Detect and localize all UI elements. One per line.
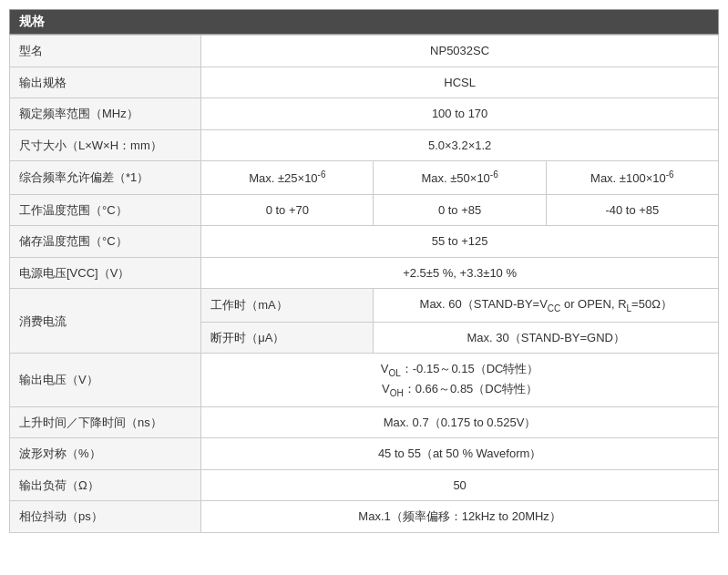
row-label: 储存温度范围（°C） [10,226,201,258]
row-label: 综合频率允许偏差（*1） [10,161,201,195]
row-label: 相位抖动（ps） [10,501,201,533]
row-value: 100 to 170 [201,98,719,130]
row-value: 5.0×3.2×1.2 [201,129,719,161]
row-label: 波形对称（%） [10,438,201,470]
row-value: 45 to 55（at 50 % Waveform） [201,438,719,470]
row-value-3: Max. ±100×10-6 [546,161,718,195]
row-label: 输出电压（V） [10,354,201,406]
row-label: 额定频率范围（MHz） [10,98,201,130]
row-label: 工作温度范围（°C） [10,194,201,226]
row-label: 输出规格 [10,67,201,98]
section-title: 规格 [9,9,719,35]
table-row: 输出规格 HCSL [10,67,719,98]
row-label: 上升时间／下降时间（ns） [10,406,201,438]
row-value: VOL：-0.15～0.15（DC特性） VOH：0.66～0.85（DC特性） [201,354,719,406]
table-row: 相位抖动（ps） Max.1（频率偏移：12kHz to 20MHz） [10,501,719,533]
row-sublabel: 工作时（mA） [201,289,374,323]
table-row: 储存温度范围（°C） 55 to +125 [10,226,719,258]
row-value: NP5032SC [201,36,719,67]
row-value: Max. 0.7（0.175 to 0.525V） [201,406,719,438]
row-value: Max. 30（STAND-BY=GND） [374,322,719,354]
table-row: 输出电压（V） VOL：-0.15～0.15（DC特性） VOH：0.66～0.… [10,354,719,406]
row-label: 尺寸大小（L×W×H：mm） [10,129,201,161]
section-header: 规格 [9,9,719,35]
row-sublabel: 断开时（μA） [201,322,374,354]
table-row: 尺寸大小（L×W×H：mm） 5.0×3.2×1.2 [10,129,719,161]
row-value: 50 [201,469,719,501]
row-label: 型名 [10,36,201,67]
row-label: 输出负荷（Ω） [10,469,201,501]
row-value: HCSL [201,67,719,98]
row-label: 电源电压[VCC]（V） [10,257,201,289]
table-row: 额定频率范围（MHz） 100 to 170 [10,98,719,130]
table-row: 工作温度范围（°C） 0 to +70 0 to +85 -40 to +85 [10,194,719,226]
table-row: 上升时间／下降时间（ns） Max. 0.7（0.175 to 0.525V） [10,406,719,438]
table-row: 综合频率允许偏差（*1） Max. ±25×10-6 Max. ±50×10-6… [10,161,719,195]
table-row: 输出负荷（Ω） 50 [10,469,719,501]
row-value: Max.1（频率偏移：12kHz to 20MHz） [201,501,719,533]
row-value-1: Max. ±25×10-6 [201,161,374,195]
row-value-2: 0 to +85 [374,194,546,226]
row-value-3: -40 to +85 [546,194,718,226]
row-value-1: 0 to +70 [201,194,374,226]
row-value-2: Max. ±50×10-6 [374,161,546,195]
table-row: 电源电压[VCC]（V） +2.5±5 %, +3.3±10 % [10,257,719,289]
row-value: +2.5±5 %, +3.3±10 % [201,257,719,289]
row-label: 消费电流 [10,289,201,354]
table-row: 型名 NP5032SC [10,36,719,67]
specs-table: 型名 NP5032SC 输出规格 HCSL 额定频率范围（MHz） 100 to… [9,35,719,533]
row-value: 55 to +125 [201,226,719,258]
table-row: 波形对称（%） 45 to 55（at 50 % Waveform） [10,438,719,470]
row-value: Max. 60（STAND-BY=VCC or OPEN, RL=50Ω） [374,289,719,323]
table-row: 消费电流 工作时（mA） Max. 60（STAND-BY=VCC or OPE… [10,289,719,323]
